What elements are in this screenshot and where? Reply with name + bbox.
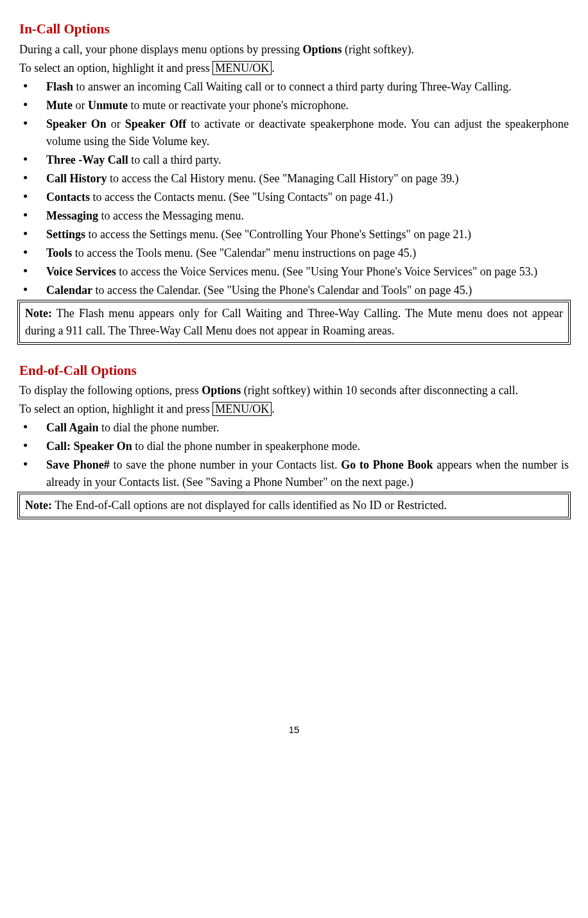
option-name: Messaging <box>46 209 98 222</box>
option-desc: to access the Calendar. (See "Using the … <box>92 284 472 297</box>
option-desc: to access the Cal History menu. (See "Ma… <box>107 172 459 185</box>
option-name: Call: Speaker On <box>46 440 132 453</box>
text: . <box>272 62 275 74</box>
option-name: Settings <box>46 228 85 241</box>
section-heading-endcall: End-of-Call Options <box>19 361 569 381</box>
option-name: Flash <box>46 80 73 93</box>
option-name: Mute <box>46 99 73 112</box>
incall-note-box: Note: The Flash menu appears only for Ca… <box>19 302 569 343</box>
text: To select an option, highlight it and pr… <box>19 403 212 415</box>
option-name: Three -Way Call <box>46 153 128 166</box>
note-label: Note: <box>25 307 52 320</box>
list-item: Tools to access the Tools menu. (See "Ca… <box>19 245 569 262</box>
option-name: Contacts <box>46 191 90 204</box>
note-text: The Flash menu appears only for Call Wai… <box>25 307 563 337</box>
option-desc: to answer an incoming Call Waiting call … <box>73 80 512 93</box>
option-desc: to mute or reactivate your phone's micro… <box>128 99 349 112</box>
text: . <box>272 403 275 415</box>
option-desc: to dial the phone number in speakerphone… <box>132 440 360 453</box>
option-name: Tools <box>46 247 72 259</box>
endcall-intro-2: To select an option, highlight it and pr… <box>19 401 569 418</box>
option-name-alt: Speaker Off <box>125 117 187 130</box>
incall-intro-2: To select an option, highlight it and pr… <box>19 60 569 77</box>
text: To select an option, highlight it and pr… <box>19 62 212 74</box>
text: (right softkey) within 10 seconds after … <box>241 384 518 397</box>
options-label: Options <box>202 384 241 397</box>
note-text: The End-of-Call options are not displaye… <box>52 499 447 512</box>
list-item: Voice Services to access the Voice Servi… <box>19 263 569 281</box>
option-desc: to call a third party. <box>128 153 221 166</box>
text: To display the following options, press <box>19 384 202 397</box>
endcall-intro-1: To display the following options, press … <box>19 382 569 399</box>
option-name: Voice Services <box>46 265 116 278</box>
list-item: Settings to access the Settings menu. (S… <box>19 226 569 243</box>
option-desc: to access the Contacts menu. (See "Using… <box>90 191 393 204</box>
text: or <box>107 117 125 130</box>
option-name: Call History <box>46 172 107 185</box>
menu-ok-key: MENU/OK <box>212 402 272 416</box>
option-desc: to access the Voice Services menu. (See … <box>116 265 538 278</box>
option-desc: to save the phone number in your Contact… <box>110 458 342 471</box>
list-item: Calendar to access the Calendar. (See "U… <box>19 282 569 299</box>
list-item: Contacts to access the Contacts menu. (S… <box>19 189 569 206</box>
endcall-options-list: Call Again to dial the phone number. Cal… <box>19 419 569 491</box>
menu-ok-key: MENU/OK <box>212 61 272 75</box>
section-heading-incall: In-Call Options <box>19 19 569 40</box>
option-desc: to access the Settings menu. (See "Contr… <box>85 228 471 241</box>
incall-options-list: Flash to answer an incoming Call Waiting… <box>19 78 569 299</box>
list-item: Save Phone# to save the phone number in … <box>19 456 569 491</box>
list-item: Three -Way Call to call a third party. <box>19 152 569 169</box>
list-item: Messaging to access the Messaging menu. <box>19 207 569 225</box>
text: (right softkey). <box>342 43 413 56</box>
text: During a call, your phone displays menu … <box>19 43 302 56</box>
option-name: Save Phone# <box>46 458 110 471</box>
list-item: Flash to answer an incoming Call Waiting… <box>19 78 569 96</box>
option-desc: to access the Tools menu. (See "Calendar… <box>72 247 416 259</box>
option-name: Calendar <box>46 284 92 297</box>
list-item: Speaker On or Speaker Off to activate or… <box>19 116 569 150</box>
option-name-alt: Unmute <box>88 99 128 112</box>
incall-intro-1: During a call, your phone displays menu … <box>19 41 569 58</box>
text: or <box>73 99 88 112</box>
list-item: Mute or Unmute to mute or reactivate you… <box>19 97 569 114</box>
note-label: Note: <box>25 499 52 512</box>
option-name: Call Again <box>46 421 99 434</box>
option-name: Speaker On <box>46 117 107 130</box>
page-number: 15 <box>19 723 569 738</box>
option-name-alt: Go to Phone Book <box>341 458 433 471</box>
option-desc: to access the Messaging menu. <box>98 209 244 222</box>
list-item: Call: Speaker On to dial the phone numbe… <box>19 438 569 455</box>
list-item: Call History to access the Cal History m… <box>19 170 569 187</box>
endcall-note-box: Note: The End-of-Call options are not di… <box>19 494 569 517</box>
options-label: Options <box>302 43 342 56</box>
list-item: Call Again to dial the phone number. <box>19 419 569 437</box>
option-desc: to dial the phone number. <box>99 421 220 434</box>
